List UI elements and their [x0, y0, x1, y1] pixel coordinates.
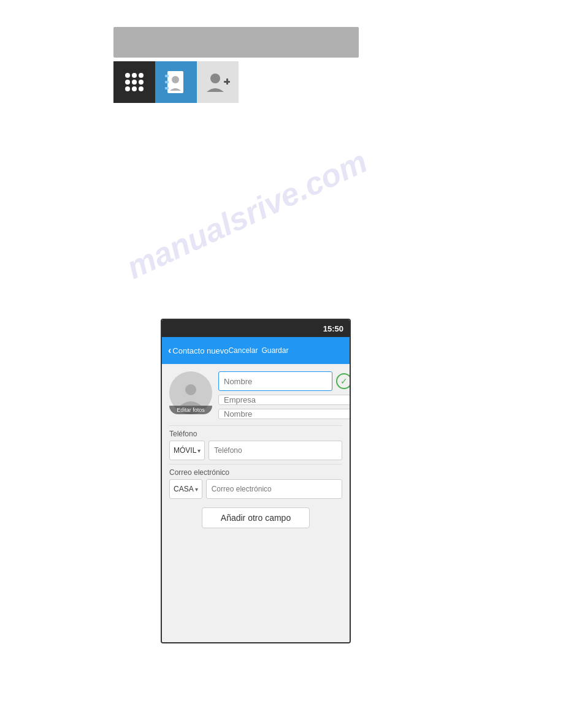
photo-name-row: Editar fotos ✓ [169, 371, 342, 419]
phone-mockup: 15:50 ‹ Contacto nuevo Cancelar Guardar … [161, 319, 351, 643]
movil-label: MÓVIL [174, 446, 196, 455]
header-actions: Cancelar Guardar [228, 346, 288, 355]
add-field-btn-container: Añadir otro campo [169, 507, 342, 528]
correo-section-label: Correo electrónico [169, 464, 342, 479]
nombre1-row: ✓ [218, 371, 350, 391]
nombre1-input[interactable] [218, 371, 332, 391]
grid-icon [125, 73, 144, 91]
back-chevron-icon: ‹ [168, 345, 171, 356]
edit-photo-label[interactable]: Editar fotos [169, 406, 212, 414]
casa-dropdown-arrow: ▾ [195, 486, 198, 493]
add-person-icon [205, 71, 230, 93]
svg-point-4 [172, 76, 179, 83]
movil-dropdown-arrow: ▾ [197, 447, 201, 454]
status-bar: 15:50 [162, 320, 350, 337]
nombre2-input[interactable] [218, 409, 350, 419]
check-icon: ✓ [336, 373, 350, 389]
app-header: ‹ Contacto nuevo Cancelar Guardar [162, 337, 350, 364]
correo-input[interactable] [206, 479, 342, 499]
save-button[interactable]: Guardar [261, 346, 288, 355]
watermark: manualsrive.com [121, 143, 372, 286]
tab-icons-row [113, 61, 239, 103]
svg-point-5 [210, 74, 220, 83]
photo-area[interactable]: Editar fotos [169, 371, 212, 414]
svg-rect-1 [165, 75, 169, 77]
telefono-input[interactable] [209, 441, 342, 460]
casa-label: CASA [174, 485, 194, 493]
movil-selector[interactable]: MÓVIL ▾ [169, 441, 205, 460]
svg-rect-3 [165, 87, 169, 89]
tab-add-contact[interactable] [197, 61, 239, 103]
avatar-person-icon [178, 380, 204, 406]
form-content: Editar fotos ✓ Teléfono MÓVIL ▾ Correo e… [162, 364, 350, 642]
svg-rect-7 [226, 78, 228, 85]
svg-rect-2 [165, 81, 169, 83]
status-time: 15:50 [323, 324, 343, 333]
empresa-input[interactable] [218, 395, 350, 405]
back-label: Contacto nuevo [172, 346, 228, 355]
telefono-row: MÓVIL ▾ [169, 441, 342, 460]
back-button[interactable]: ‹ Contacto nuevo [168, 345, 228, 356]
tab-apps[interactable] [113, 61, 155, 103]
telefono-section-label: Teléfono [169, 425, 342, 441]
top-bar [113, 27, 359, 58]
contacts-book-icon [165, 70, 187, 94]
add-field-button[interactable]: Añadir otro campo [202, 507, 310, 528]
casa-selector[interactable]: CASA ▾ [169, 479, 202, 499]
correo-row: CASA ▾ [169, 479, 342, 499]
cancel-button[interactable]: Cancelar [228, 346, 258, 355]
tab-contacts[interactable] [155, 61, 197, 103]
svg-point-8 [185, 384, 196, 395]
name-fields: ✓ [218, 371, 350, 419]
